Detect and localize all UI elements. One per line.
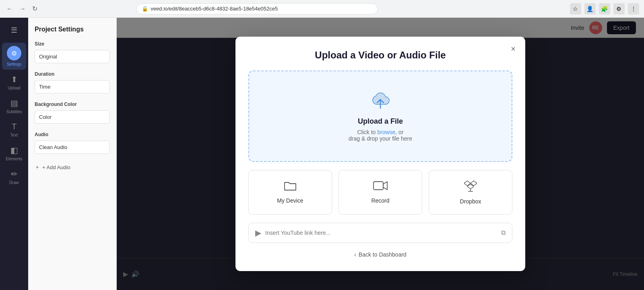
youtube-input-wrapper: ▶ ⧉ xyxy=(248,223,512,243)
bg-color-label: Background Color xyxy=(35,102,110,107)
sidebar-label-text: Text xyxy=(10,133,18,137)
audio-input[interactable] xyxy=(35,141,110,154)
my-device-label: My Device xyxy=(255,197,325,204)
text-icon: T xyxy=(12,122,17,131)
sidebar-label-upload: Upload xyxy=(8,86,21,90)
menu-icon[interactable]: ⋮ xyxy=(628,3,639,14)
folder-icon xyxy=(255,180,325,194)
youtube-link-input[interactable] xyxy=(265,230,497,236)
audio-label: Audio xyxy=(35,132,110,137)
dropbox-icon xyxy=(436,180,506,195)
extensions-icon[interactable]: 🧩 xyxy=(599,3,610,14)
drop-zone-hint: Click to browse, or drag & drop your fil… xyxy=(265,129,495,142)
audio-section: Audio xyxy=(35,132,110,154)
add-audio-button[interactable]: ＋ + Add Audio xyxy=(35,162,70,172)
lock-icon: 🔒 xyxy=(142,6,148,12)
reload-button[interactable]: ↻ xyxy=(31,3,39,14)
sidebar-item-text[interactable]: T Text xyxy=(2,119,26,141)
size-input[interactable] xyxy=(35,50,110,63)
browser-chrome: ← → ↻ 🔒 veed.io/edit/8eacceb5-d6c8-4832-… xyxy=(0,0,644,18)
elements-icon: ◧ xyxy=(10,145,18,155)
add-audio-label: + Add Audio xyxy=(42,164,70,170)
sidebar-item-settings[interactable]: ⚙ Settings xyxy=(2,43,26,70)
editor-container: ☰ ⚙ Settings ⬆ Upload ▤ Subtitles T Text… xyxy=(0,18,644,290)
browse-link[interactable]: browse xyxy=(377,129,395,135)
bg-color-section: Background Color xyxy=(35,102,110,124)
sidebar-item-upload[interactable]: ⬆ Upload xyxy=(2,71,26,93)
upload-drop-zone[interactable]: Upload a File Click to browse, or drag &… xyxy=(248,70,512,162)
sidebar-label-draw: Draw xyxy=(9,180,19,185)
upload-modal: × Upload a Video or Audio File Upload a … xyxy=(235,37,525,271)
svg-rect-1 xyxy=(374,182,383,190)
sidebar-item-draw[interactable]: ✏ Draw xyxy=(2,166,26,188)
profile-icon[interactable]: 👤 xyxy=(584,3,596,14)
sidebar-hamburger[interactable]: ☰ xyxy=(8,23,21,38)
dropbox-label: Dropbox xyxy=(436,198,506,205)
back-chevron-icon: ‹ xyxy=(354,251,356,258)
settings-panel: Project Settings Size Duration Backgroun… xyxy=(28,18,117,290)
forward-button[interactable]: → xyxy=(18,4,27,14)
youtube-paste-button[interactable]: ⧉ xyxy=(501,229,506,236)
browser-actions: ☆ 👤 🧩 ⚙ ⋮ xyxy=(570,3,639,14)
size-section: Size xyxy=(35,41,110,63)
sidebar-label-elements: Elements xyxy=(6,157,23,161)
hamburger-icon: ☰ xyxy=(11,26,17,34)
bg-color-input[interactable] xyxy=(35,110,110,124)
size-label: Size xyxy=(35,41,110,47)
settings-icon: ⚙ xyxy=(7,46,21,60)
record-label: Record xyxy=(345,197,415,204)
sidebar-label-subtitles: Subtitles xyxy=(6,110,22,114)
duration-label: Duration xyxy=(35,71,110,77)
drop-zone-title: Upload a File xyxy=(265,117,495,126)
back-button[interactable]: ← xyxy=(5,4,14,14)
upload-icon: ⬆ xyxy=(11,75,18,84)
draw-icon: ✏ xyxy=(11,169,18,179)
bookmark-icon[interactable]: ☆ xyxy=(570,3,581,14)
settings-chrome-icon[interactable]: ⚙ xyxy=(613,3,625,14)
settings-title: Project Settings xyxy=(35,26,110,33)
cloud-upload-icon xyxy=(368,91,392,111)
sidebar: ☰ ⚙ Settings ⬆ Upload ▤ Subtitles T Text… xyxy=(0,18,28,290)
sidebar-label-settings: Settings xyxy=(7,62,21,66)
upload-icon-wrapper xyxy=(265,91,495,112)
modal-backdrop: × Upload a Video or Audio File Upload a … xyxy=(117,18,644,290)
dropbox-card[interactable]: Dropbox xyxy=(429,170,512,215)
url-text: veed.io/edit/8eacceb5-d6c8-4832-8ae5-18e… xyxy=(151,6,278,12)
back-dashboard-link[interactable]: ‹ Back to Dashboard xyxy=(354,251,407,258)
option-cards: My Device Record xyxy=(248,170,512,215)
duration-section: Duration xyxy=(35,71,110,93)
add-audio-icon: ＋ xyxy=(35,164,40,171)
my-device-card[interactable]: My Device xyxy=(248,170,332,215)
sidebar-item-subtitles[interactable]: ▤ Subtitles xyxy=(2,95,26,117)
modal-title: Upload a Video or Audio File xyxy=(248,50,512,61)
back-dashboard-label: Back to Dashboard xyxy=(359,251,407,258)
modal-close-button[interactable]: × xyxy=(508,43,519,54)
sidebar-item-elements[interactable]: ◧ Elements xyxy=(2,142,26,164)
record-icon xyxy=(345,180,415,194)
subtitles-icon: ▤ xyxy=(10,98,18,108)
youtube-icon: ▶ xyxy=(255,228,261,238)
record-card[interactable]: Record xyxy=(339,170,422,215)
back-to-dashboard: ‹ Back to Dashboard xyxy=(248,251,512,258)
main-content: Invite RE Export × Upload a Video or Aud… xyxy=(117,18,644,290)
address-bar[interactable]: 🔒 veed.io/edit/8eacceb5-d6c8-4832-8ae5-1… xyxy=(136,3,378,14)
duration-input[interactable] xyxy=(35,80,110,93)
